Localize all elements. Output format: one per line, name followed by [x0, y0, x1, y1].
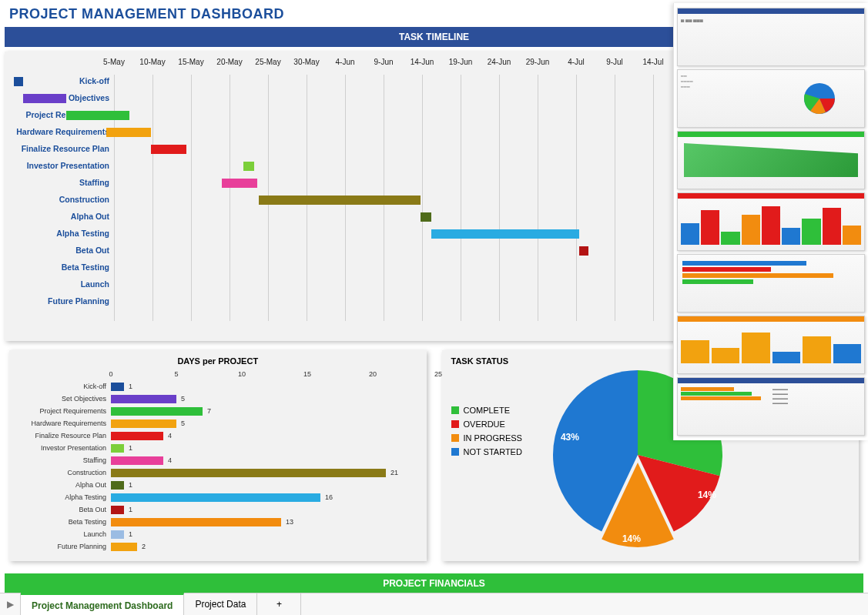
gantt-date-label: 24-Jun	[488, 58, 511, 66]
gantt-bar	[23, 94, 66, 103]
gantt-task-label: Launch	[14, 279, 109, 289]
days-value-label: 1	[129, 530, 132, 538]
financials-banner: PROJECT FINANCIALS	[5, 573, 863, 593]
days-bar	[111, 456, 163, 465]
days-row: Beta Testing13	[111, 516, 417, 529]
legend-label: NOT STARTED	[464, 447, 522, 456]
days-axis-tick: 25	[434, 370, 442, 378]
gantt-date-label: 10-May	[139, 58, 165, 66]
days-value-label: 2	[142, 543, 146, 550]
gantt-task-label: Staffing	[14, 178, 109, 187]
thumbnail[interactable]	[677, 192, 865, 251]
legend-swatch	[451, 448, 459, 456]
thumbnail[interactable]: ▄ ▄▄ ▄▄▄	[677, 8, 865, 66]
days-row: Alpha Testing16	[111, 492, 417, 504]
gantt-date-label: 30-May	[293, 58, 319, 66]
days-task-label: Set Objectives	[18, 395, 106, 403]
days-row: Kick-off1	[111, 381, 417, 393]
days-bar	[111, 493, 320, 502]
days-task-label: Staffing	[18, 456, 106, 464]
thumbnail[interactable]: ━━━━━━━━━	[677, 69, 865, 128]
days-row: Set Objectives5	[111, 393, 417, 406]
days-value-label: 1	[129, 383, 132, 390]
days-row: Launch1	[111, 529, 417, 541]
thumbnail[interactable]	[677, 131, 865, 189]
days-x-axis: 0510152025	[111, 370, 417, 381]
days-task-label: Beta Testing	[18, 518, 106, 526]
gantt-date-label: 29-Jun	[526, 58, 550, 66]
gantt-date-label: 4-Jul	[568, 58, 585, 66]
days-task-label: Investor Presentation	[18, 444, 106, 452]
days-task-label: Launch	[18, 530, 106, 538]
days-bar	[111, 419, 176, 428]
thumbnail[interactable]	[677, 254, 865, 313]
days-bar	[111, 481, 124, 490]
days-value-label: 7	[207, 407, 211, 415]
sheet-tabs-bar: ▶ Project Management Dashboard Project D…	[0, 593, 868, 593]
days-row: Alpha Out1	[111, 480, 417, 492]
gantt-task-label: Alpha Testing	[14, 229, 109, 238]
pie-label-notstarted: 43%	[561, 432, 579, 443]
gantt-date-label: 14-Jun	[411, 58, 434, 66]
gantt-bar	[259, 196, 421, 205]
gantt-task-label: Hardware Requirements	[14, 127, 109, 136]
days-value-label: 21	[390, 469, 398, 476]
gantt-task-label: Finalize Resource Plan	[14, 144, 109, 153]
days-task-label: Beta Out	[18, 506, 106, 513]
days-task-label: Alpha Out	[18, 481, 106, 489]
days-task-label: Hardware Requirements	[18, 419, 106, 427]
days-task-label: Finalize Resource Plan	[18, 432, 106, 440]
days-row: Hardware Requirements5	[111, 418, 417, 430]
gantt-task-label: Beta Testing	[14, 262, 109, 272]
days-row: Investor Presentation1	[111, 443, 417, 455]
gantt-task-label: Future Planning	[14, 296, 109, 306]
days-task-label: Kick-off	[18, 383, 106, 390]
legend-swatch	[451, 420, 459, 428]
gantt-date-label: 20-May	[216, 58, 242, 66]
tab-active[interactable]: Project Management Dashboard	[21, 593, 184, 594]
legend-label: COMPLETE	[464, 406, 511, 415]
thumbnail[interactable]	[677, 316, 865, 374]
days-value-label: 1	[129, 506, 132, 513]
days-row: Beta Out1	[111, 504, 417, 516]
gantt-date-label: 9-Jun	[374, 58, 393, 66]
days-bar	[111, 432, 163, 440]
days-row: Construction21	[111, 467, 417, 480]
gantt-bar	[431, 229, 579, 239]
days-bar	[111, 518, 281, 526]
gantt-bar	[66, 111, 129, 120]
gantt-bar	[14, 77, 23, 86]
days-bar	[111, 530, 124, 539]
gantt-bar	[222, 179, 257, 188]
days-axis-tick: 10	[238, 370, 246, 378]
thumbnail[interactable]: ▬▬▬▬▬▬▬▬▬▬▬▬▬▬▬▬	[677, 377, 865, 436]
days-value-label: 16	[325, 493, 333, 501]
days-bar	[111, 407, 203, 416]
gantt-date-label: 19-Jun	[449, 58, 473, 66]
gantt-bar	[151, 145, 186, 154]
legend-swatch	[451, 406, 459, 414]
gantt-bar	[106, 128, 151, 137]
legend-item: IN PROGRESS	[451, 433, 522, 443]
legend-label: IN PROGRESS	[464, 433, 522, 443]
days-row: Finalize Resource Plan4	[111, 430, 417, 443]
legend-item: OVERDUE	[451, 419, 522, 429]
days-value-label: 5	[181, 395, 185, 403]
gantt-task-label: Kick-off	[14, 76, 109, 85]
days-value-label: 4	[168, 456, 172, 464]
days-row: Project Requirements7	[111, 406, 417, 418]
days-value-label: 4	[168, 432, 172, 440]
days-bar	[111, 383, 124, 391]
gantt-bar	[579, 246, 588, 256]
pie-label-overdue: 14%	[698, 490, 716, 500]
legend-label: OVERDUE	[464, 419, 505, 429]
days-value-label: 1	[129, 444, 132, 452]
days-per-project-panel: DAYS per PROJECT 0510152025 Kick-off1Set…	[9, 350, 427, 561]
days-bar	[111, 395, 176, 403]
days-axis-tick: 15	[303, 370, 311, 378]
days-value-label: 5	[181, 419, 185, 427]
days-bar	[111, 506, 124, 514]
days-task-label: Project Requirements	[18, 407, 106, 415]
gantt-task-label: Construction	[14, 195, 109, 204]
status-legend: COMPLETEOVERDUEIN PROGRESSNOT STARTED	[451, 401, 522, 461]
